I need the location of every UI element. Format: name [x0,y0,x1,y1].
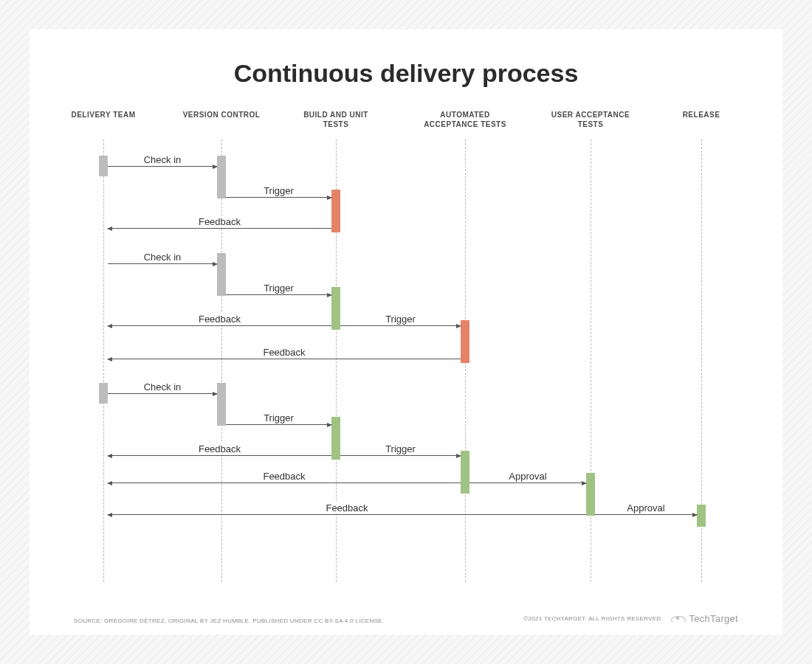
message-arrow: Feedback [108,514,586,515]
arrow-label: Trigger [259,185,298,196]
message-arrow: Feedback [108,483,461,483]
activation-bar [217,383,226,426]
message-arrow: Approval [469,483,586,483]
message-arrow: Trigger [226,197,331,198]
source-credit: SOURCE: GRÉGOIRE DÉTREZ, ORIGINAL BY JEZ… [74,618,384,624]
arrow-label: Feedback [321,502,372,513]
lifeline-uat [591,139,591,582]
brand-logo: TechTarget [671,613,738,624]
arrow-label: Feedback [194,216,245,227]
lane-header-auto: AUTOMATED ACCEPTANCE TESTS [421,110,509,129]
arrow-label: Feedback [258,347,309,358]
arrow-label: Check in [140,252,186,263]
lane-header-team: DELIVERY TEAM [59,110,148,120]
message-arrow: Trigger [340,455,461,456]
arrow-label: Trigger [381,314,420,325]
message-arrow: Check in [108,393,217,394]
message-arrow: Trigger [226,424,331,425]
arrow-label: Trigger [259,283,298,294]
message-arrow: Feedback [108,228,331,229]
arrow-label: Check in [140,381,186,392]
brand-name: TechTarget [689,613,738,624]
activation-bar [461,320,469,363]
message-arrow: Check in [108,166,217,167]
arrow-label: Feedback [194,314,245,325]
eye-icon [671,615,686,623]
message-arrow: Feedback [108,455,331,456]
diagram-card: Continuous delivery process DELIVERY TEA… [30,30,782,634]
arrow-label: Feedback [258,471,309,482]
lane-header-vcs: VERSION CONTROL [177,110,266,120]
arrow-label: Trigger [259,412,298,423]
activation-bar [461,451,469,494]
copyright-text: ©2021 TECHTARGET. ALL RIGHTS RESERVED [523,615,661,622]
message-arrow: Check in [108,263,217,264]
lane-header-build: BUILD AND UNIT TESTS [292,110,380,129]
activation-bar [586,473,595,516]
lifeline-vcs [221,139,222,582]
arrow-label: Approval [504,471,551,482]
message-arrow: Trigger [226,294,331,295]
activation-bar [331,287,340,330]
sequence-diagram: DELIVERY TEAMVERSION CONTROLBUILD AND UN… [74,110,738,582]
arrow-label: Feedback [194,443,245,454]
activation-bar [217,156,226,198]
activation-bar [331,190,340,232]
activation-bar [697,505,706,527]
activation-bar [99,383,108,404]
message-arrow: Trigger [340,325,461,326]
lane-header-uat: USER ACCEPTANCE TESTS [546,110,635,129]
footer: SOURCE: GRÉGOIRE DÉTREZ, ORIGINAL BY JEZ… [74,613,738,624]
lane-header-release: RELEASE [657,110,746,120]
activation-bar [217,253,226,296]
message-arrow: Feedback [108,359,461,359]
arrow-label: Check in [140,154,186,165]
lifeline-team [103,139,104,582]
message-arrow: Feedback [108,325,331,326]
diagram-title: Continuous delivery process [74,59,738,88]
activation-bar [99,156,108,176]
message-arrow: Approval [595,514,697,515]
activation-bar [331,417,340,460]
arrow-label: Trigger [381,443,420,454]
arrow-label: Approval [622,502,669,513]
